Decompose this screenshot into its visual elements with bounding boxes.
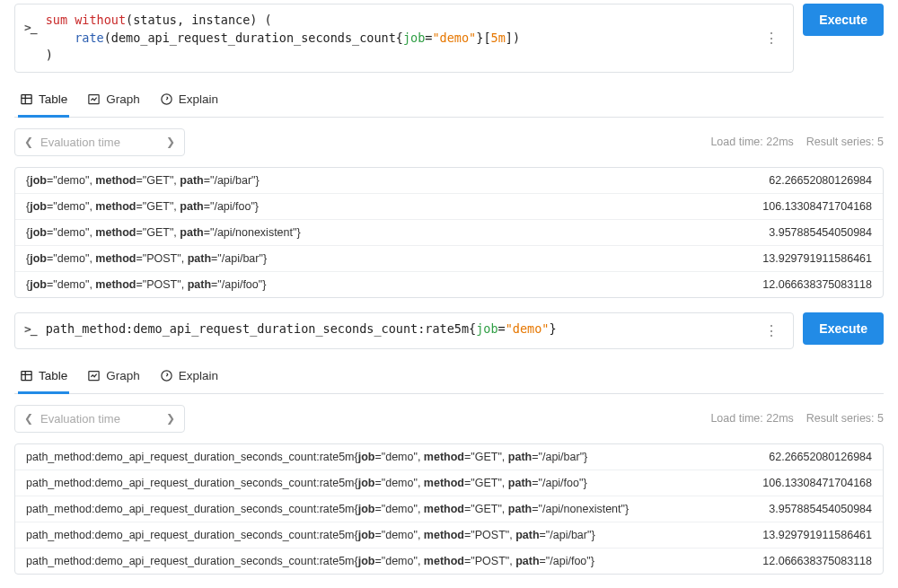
table-row[interactable]: {job="demo", method="GET", path="/api/ba… [15, 168, 883, 194]
chevron-right-icon[interactable]: ❯ [166, 136, 175, 148]
query-code[interactable]: path_method:demo_api_request_duration_se… [46, 320, 760, 338]
table-row[interactable]: path_method:demo_api_request_duration_se… [15, 496, 883, 522]
table-row[interactable]: {job="demo", method="POST", path="/api/b… [15, 246, 883, 272]
result-series-count: Result series: 5 [806, 136, 884, 148]
series-value: 106.13308471704168 [762, 477, 872, 489]
kebab-icon[interactable]: ⋮ [759, 320, 784, 341]
series-value: 13.929791911586461 [762, 252, 872, 265]
series-label: {job="demo", method="POST", path="/api/f… [26, 278, 266, 291]
svg-rect-0 [22, 94, 31, 103]
controls-row: ❮Evaluation time❯Load time: 22msResult s… [14, 405, 884, 433]
query-panel: >_path_method:demo_api_request_duration_… [14, 312, 884, 575]
tab-table[interactable]: Table [18, 362, 69, 394]
query-row: >_path_method:demo_api_request_duration_… [14, 312, 884, 349]
table-row[interactable]: path_method:demo_api_request_duration_se… [15, 444, 883, 470]
result-tabs: TableGraphExplain [14, 85, 884, 118]
result-series-count: Result series: 5 [806, 412, 884, 425]
series-label: {job="demo", method="GET", path="/api/ba… [26, 174, 260, 187]
series-label: {job="demo", method="GET", path="/api/fo… [26, 200, 259, 213]
execute-button[interactable]: Execute [803, 4, 884, 36]
series-label: {job="demo", method="POST", path="/api/b… [26, 252, 267, 265]
series-value: 62.26652080126984 [769, 451, 872, 463]
query-input[interactable]: >_sum without(status, instance) ( rate(d… [14, 4, 794, 73]
series-label: path_method:demo_api_request_duration_se… [26, 503, 629, 515]
series-value: 106.13308471704168 [762, 200, 872, 213]
table-row[interactable]: {job="demo", method="GET", path="/api/fo… [15, 194, 883, 220]
svg-rect-3 [22, 371, 31, 380]
series-value: 13.929791911586461 [762, 529, 872, 541]
execute-button[interactable]: Execute [803, 312, 884, 345]
evaluation-time-label: Evaluation time [33, 412, 166, 426]
query-code[interactable]: sum without(status, instance) ( rate(dem… [46, 12, 760, 65]
series-label: path_method:demo_api_request_duration_se… [26, 477, 587, 489]
query-row: >_sum without(status, instance) ( rate(d… [14, 4, 884, 73]
table-row[interactable]: {job="demo", method="GET", path="/api/no… [15, 220, 883, 246]
controls-row: ❮Evaluation time❯Load time: 22msResult s… [14, 128, 884, 156]
table-row[interactable]: path_method:demo_api_request_duration_se… [15, 549, 883, 574]
tab-explain[interactable]: Explain [158, 85, 220, 118]
evaluation-time-picker[interactable]: ❮Evaluation time❯ [14, 405, 185, 433]
prompt-icon: >_ [24, 12, 37, 37]
load-time: Load time: 22ms [710, 412, 793, 425]
table-row[interactable]: path_method:demo_api_request_duration_se… [15, 470, 883, 496]
results-table: path_method:demo_api_request_duration_se… [14, 443, 884, 575]
series-label: path_method:demo_api_request_duration_se… [26, 555, 594, 567]
table-row[interactable]: {job="demo", method="POST", path="/api/f… [15, 272, 883, 297]
series-label: path_method:demo_api_request_duration_se… [26, 529, 595, 541]
tab-table[interactable]: Table [18, 85, 69, 118]
series-value: 3.957885454050984 [769, 503, 872, 515]
result-tabs: TableGraphExplain [14, 362, 884, 394]
tab-graph[interactable]: Graph [85, 362, 142, 394]
series-value: 12.066638375083118 [762, 555, 872, 567]
evaluation-time-label: Evaluation time [33, 136, 166, 149]
chevron-right-icon[interactable]: ❯ [166, 412, 175, 425]
result-stats: Load time: 22msResult series: 5 [710, 136, 884, 148]
load-time: Load time: 22ms [710, 136, 793, 148]
prompt-icon: >_ [24, 320, 37, 338]
series-label: {job="demo", method="GET", path="/api/no… [26, 226, 301, 239]
chevron-left-icon[interactable]: ❮ [24, 136, 33, 148]
series-value: 3.957885454050984 [769, 226, 872, 239]
series-label: path_method:demo_api_request_duration_se… [26, 451, 587, 463]
evaluation-time-picker[interactable]: ❮Evaluation time❯ [14, 128, 185, 156]
query-panel: >_sum without(status, instance) ( rate(d… [14, 4, 884, 298]
chevron-left-icon[interactable]: ❮ [24, 412, 33, 425]
table-row[interactable]: path_method:demo_api_request_duration_se… [15, 522, 883, 549]
series-value: 62.26652080126984 [769, 174, 872, 187]
kebab-icon[interactable]: ⋮ [759, 28, 784, 48]
tab-explain[interactable]: Explain [158, 362, 220, 394]
results-table: {job="demo", method="GET", path="/api/ba… [14, 167, 884, 298]
series-value: 12.066638375083118 [762, 278, 872, 291]
tab-graph[interactable]: Graph [85, 85, 142, 118]
query-input[interactable]: >_path_method:demo_api_request_duration_… [14, 312, 794, 349]
result-stats: Load time: 22msResult series: 5 [710, 412, 884, 425]
